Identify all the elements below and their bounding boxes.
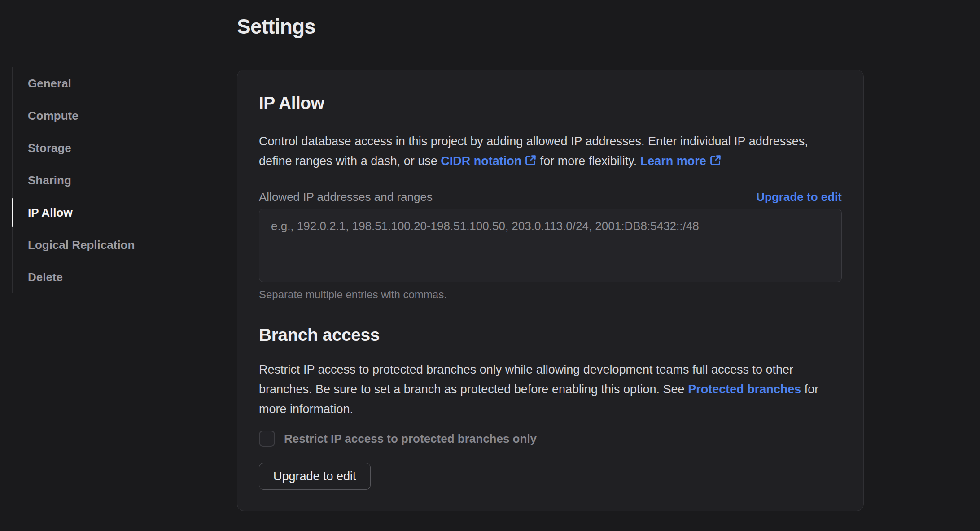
sidebar-item-compute[interactable]: Compute [13,100,201,132]
protected-branches-link[interactable]: Protected branches [688,383,801,396]
page-title: Settings [237,14,315,39]
ip-allow-description: Control database access in this project … [259,131,842,171]
branch-access-description: Restrict IP access to protected branches… [259,360,842,419]
sidebar-item-ip-allow[interactable]: IP Allow [13,196,201,229]
sidebar-item-logical-replication[interactable]: Logical Replication [13,229,201,261]
protected-branches-link-label: Protected branches [688,383,801,396]
branch-access-heading: Branch access [259,324,842,345]
sidebar-item-storage[interactable]: Storage [13,132,201,164]
textarea-helper-text: Separate multiple entries with commas. [259,288,842,301]
external-link-icon [525,154,537,166]
external-link-icon [709,154,722,166]
learn-more-link-label: Learn more [640,154,706,168]
ip-allow-settings-card: IP Allow Control database access in this… [237,70,864,511]
restrict-ip-checkbox[interactable] [259,431,275,447]
allowed-ip-field-row: Allowed IP addresses and ranges Upgrade … [259,190,842,204]
allowed-ip-textarea[interactable] [259,209,842,282]
sidebar-item-delete[interactable]: Delete [13,261,201,293]
sidebar-item-general[interactable]: General [13,67,201,100]
ip-allow-heading: IP Allow [259,92,842,113]
settings-sidebar: General Compute Storage Sharing IP Allow… [12,67,201,293]
allowed-ip-field-label: Allowed IP addresses and ranges [259,190,433,204]
cidr-notation-link[interactable]: CIDR notation [441,154,537,168]
upgrade-to-edit-link[interactable]: Upgrade to edit [756,190,842,204]
learn-more-link[interactable]: Learn more [640,154,722,168]
cidr-notation-link-label: CIDR notation [441,154,521,168]
restrict-ip-checkbox-label: Restrict IP access to protected branches… [284,432,537,446]
restrict-ip-checkbox-row[interactable]: Restrict IP access to protected branches… [259,431,842,447]
upgrade-to-edit-button[interactable]: Upgrade to edit [259,463,371,490]
ip-allow-description-text-2: for more flexibility. [537,154,640,168]
sidebar-item-sharing[interactable]: Sharing [13,164,201,196]
